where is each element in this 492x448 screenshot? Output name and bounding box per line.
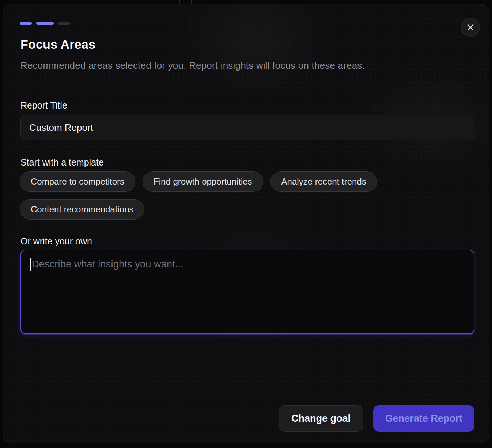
report-title-value: Custom Report bbox=[29, 122, 93, 133]
close-icon bbox=[466, 23, 475, 32]
template-pill-list: Compare to competitors Find growth oppor… bbox=[20, 171, 477, 220]
change-goal-button[interactable]: Change goal bbox=[279, 405, 363, 432]
page-subtitle: Recommended areas selected for you. Repo… bbox=[20, 60, 365, 71]
generate-report-button[interactable]: Generate Report bbox=[373, 405, 474, 432]
report-title-input[interactable]: Custom Report bbox=[20, 115, 474, 140]
close-button[interactable] bbox=[461, 18, 480, 37]
progress-step-2 bbox=[36, 22, 54, 25]
template-pill-content-recommendations[interactable]: Content recommendations bbox=[20, 199, 144, 220]
background-column-divider bbox=[179, 0, 180, 4]
page-title: Focus Areas bbox=[20, 37, 95, 52]
progress-indicator bbox=[20, 22, 70, 25]
custom-prompt-label: Or write your own bbox=[20, 236, 92, 247]
custom-insights-textarea[interactable]: Describe what insights you want... bbox=[20, 250, 474, 334]
focus-areas-modal: Focus Areas Recommended areas selected f… bbox=[3, 4, 489, 443]
template-pill-analyze-recent-trends[interactable]: Analyze recent trends bbox=[270, 171, 377, 192]
progress-step-3 bbox=[58, 22, 70, 25]
template-pill-find-growth-opportunities[interactable]: Find growth opportunities bbox=[143, 171, 263, 192]
template-section-label: Start with a template bbox=[20, 157, 104, 168]
backdrop-glow bbox=[179, 4, 332, 99]
background-column-divider bbox=[191, 0, 192, 4]
textarea-placeholder: Describe what insights you want... bbox=[32, 259, 183, 270]
app-background: Focus Areas Recommended areas selected f… bbox=[0, 0, 492, 448]
template-pill-compare-to-competitors[interactable]: Compare to competitors bbox=[20, 171, 135, 192]
report-title-label: Report Title bbox=[20, 100, 67, 111]
progress-step-1 bbox=[20, 22, 32, 25]
text-cursor bbox=[30, 258, 31, 271]
